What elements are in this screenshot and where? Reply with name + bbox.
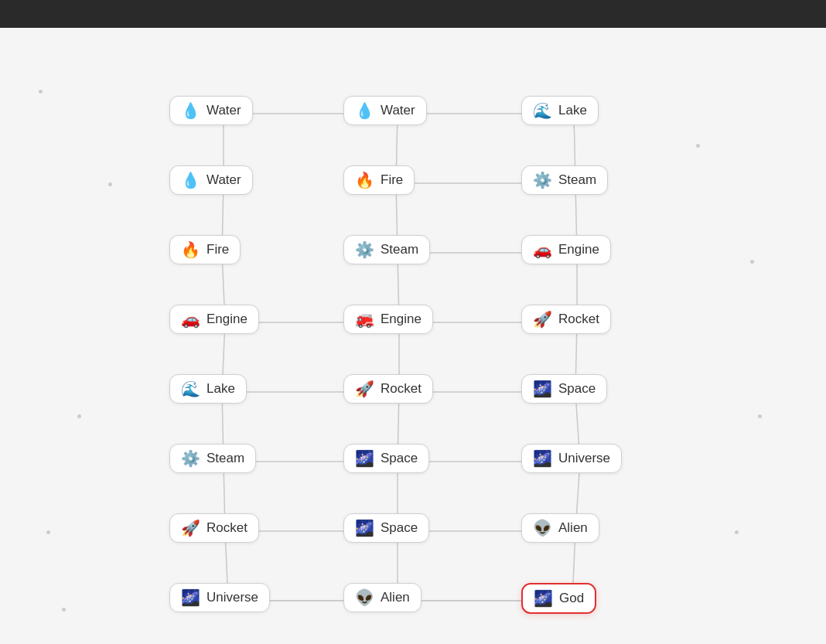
craft-node-rocket2[interactable]: 🚀Rocket	[343, 374, 433, 404]
node-emoji: 🚗	[181, 312, 200, 327]
node-emoji: 🌌	[534, 591, 553, 606]
craft-node-engine1[interactable]: 🚗Engine	[521, 235, 611, 264]
craft-node-water2[interactable]: 💧Water	[343, 96, 427, 125]
craft-canvas: 💧Water💧Water🌊Lake💧Water🔥Fire⚙️Steam🔥Fire…	[0, 28, 826, 644]
node-label: Universe	[206, 590, 258, 605]
craft-node-water3[interactable]: 💧Water	[169, 165, 253, 195]
node-label: Lake	[206, 381, 235, 397]
node-label: Engine	[206, 312, 247, 327]
node-emoji: ⚙️	[181, 451, 200, 466]
node-label: Water	[206, 103, 241, 118]
node-emoji: 🚀	[533, 312, 552, 327]
craft-node-steam3[interactable]: ⚙️Steam	[169, 444, 256, 473]
craft-node-water1[interactable]: 💧Water	[169, 96, 253, 125]
node-emoji: ⚙️	[355, 242, 374, 257]
craft-node-alien1[interactable]: 👽Alien	[521, 513, 599, 543]
craft-node-engine2[interactable]: 🚗Engine	[169, 305, 259, 334]
node-label: Lake	[558, 103, 587, 118]
node-emoji: 🚗	[533, 242, 552, 257]
node-label: Rocket	[558, 312, 599, 327]
node-label: Steam	[206, 451, 244, 466]
node-label: Rocket	[381, 381, 422, 397]
node-emoji: 🌌	[533, 451, 552, 466]
node-label: Water	[381, 103, 415, 118]
craft-node-rocket1[interactable]: 🚀Rocket	[521, 305, 611, 334]
node-emoji: 🌊	[533, 103, 552, 118]
craft-node-universe2[interactable]: 🌌Universe	[169, 583, 270, 612]
decorative-dot	[750, 260, 754, 264]
node-label: Alien	[381, 590, 410, 605]
node-label: God	[559, 591, 584, 606]
node-emoji: ⚙️	[533, 172, 552, 188]
node-label: Steam	[558, 172, 596, 188]
decorative-dot	[62, 608, 66, 612]
craft-node-universe1[interactable]: 🌌Universe	[521, 444, 622, 473]
node-emoji: 🌌	[355, 451, 374, 466]
craft-node-space1[interactable]: 🌌Space	[521, 374, 607, 404]
decorative-dot	[39, 90, 43, 94]
craft-node-space2[interactable]: 🌌Space	[343, 444, 429, 473]
node-emoji: 👽	[355, 590, 374, 605]
decorative-dot	[696, 144, 700, 148]
craft-node-god[interactable]: 🌌God	[521, 583, 596, 614]
decorative-dot	[77, 414, 81, 418]
craft-node-alien2[interactable]: 👽Alien	[343, 583, 422, 612]
node-emoji: 🌊	[181, 381, 200, 397]
node-label: Space	[558, 381, 596, 397]
craft-node-steam2[interactable]: ⚙️Steam	[343, 235, 430, 264]
node-label: Space	[381, 451, 418, 466]
node-emoji: 🚀	[355, 381, 374, 397]
node-label: Engine	[381, 312, 422, 327]
craft-node-fire1[interactable]: 🔥Fire	[343, 165, 415, 195]
node-emoji: 🌌	[181, 590, 200, 605]
node-label: Engine	[558, 242, 599, 257]
node-emoji: 💧	[181, 172, 200, 188]
craft-node-lake1[interactable]: 🌊Lake	[521, 96, 599, 125]
decorative-dot	[735, 530, 739, 534]
node-label: Space	[381, 520, 418, 536]
craft-node-fire2[interactable]: 🔥Fire	[169, 235, 241, 264]
craft-node-space3[interactable]: 🌌Space	[343, 513, 429, 543]
node-label: Steam	[381, 242, 418, 257]
node-emoji: 🌌	[533, 381, 552, 397]
node-emoji: 🔥	[355, 172, 374, 188]
node-label: Rocket	[206, 520, 247, 536]
node-emoji: 🚒	[355, 312, 374, 327]
craft-node-engine3[interactable]: 🚒Engine	[343, 305, 433, 334]
craft-node-rocket3[interactable]: 🚀Rocket	[169, 513, 259, 543]
decorative-dot	[758, 414, 762, 418]
node-label: Universe	[558, 451, 610, 466]
decorative-dot	[108, 182, 112, 186]
node-emoji: 💧	[355, 103, 374, 118]
node-emoji: 🔥	[181, 242, 200, 257]
craft-node-lake2[interactable]: 🌊Lake	[169, 374, 247, 404]
node-emoji: 🌌	[355, 520, 374, 536]
decorative-dot	[46, 530, 50, 534]
node-label: Alien	[558, 520, 588, 536]
node-emoji: 👽	[533, 520, 552, 536]
node-label: Fire	[206, 242, 229, 257]
node-label: Fire	[381, 172, 403, 188]
node-label: Water	[206, 172, 241, 188]
node-emoji: 🚀	[181, 520, 200, 536]
craft-node-steam1[interactable]: ⚙️Steam	[521, 165, 608, 195]
node-emoji: 💧	[181, 103, 200, 118]
